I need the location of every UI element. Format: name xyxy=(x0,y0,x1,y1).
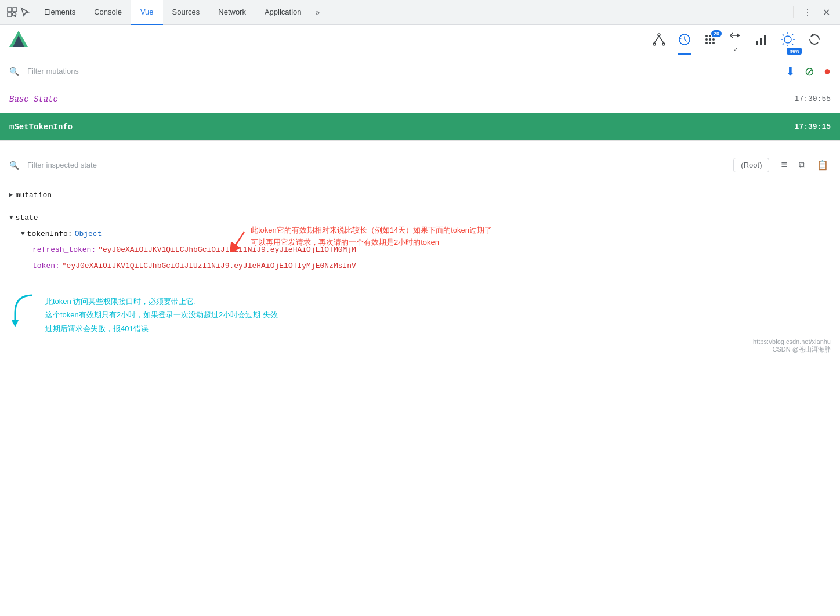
performance-icon xyxy=(754,32,768,50)
root-selector[interactable]: (Root) xyxy=(733,158,769,172)
performance-button[interactable] xyxy=(754,32,768,50)
annotation-arrow-2 xyxy=(9,292,38,327)
base-state-label: Base State xyxy=(9,95,58,104)
svg-line-9 xyxy=(654,36,659,43)
paste-state-icon[interactable]: 📋 xyxy=(814,157,831,173)
svg-marker-22 xyxy=(737,33,740,38)
copy-state-icon[interactable]: ⧉ xyxy=(796,158,808,173)
refresh-token-row: refresh_token: "eyJ0eXAiOiJKV1QiLCJhbGci… xyxy=(9,242,831,258)
vue-toolbar: 20 ✓ xyxy=(0,25,840,57)
footer-url: https://blog.csdn.net/xianhu xyxy=(753,338,831,345)
tab-bar: Elements Console Vue Sources Network App… xyxy=(0,0,840,25)
svg-point-19 xyxy=(705,42,708,44)
search-mutations-icon: 🔍 xyxy=(9,67,19,76)
svg-marker-26 xyxy=(812,34,814,37)
component-tree-icon xyxy=(652,32,666,50)
svg-marker-12 xyxy=(679,37,682,39)
svg-line-10 xyxy=(659,36,664,43)
inspector-area: ▶ mutation ▼ state ▼ tokenInfo: Object r… xyxy=(0,180,840,281)
inspect-icon[interactable] xyxy=(7,7,17,17)
tab-application[interactable]: Application xyxy=(255,0,311,25)
spacer xyxy=(0,141,840,150)
annotation-bubble2-line1: 此token 访问某些权限接口时，必须要带上它, xyxy=(45,297,196,306)
annotation-bubble2-line3: 过期后请求会失败，报401错误 xyxy=(45,324,149,333)
filter-mutations-input[interactable] xyxy=(27,67,781,75)
base-state-timestamp: 17:30:55 xyxy=(795,95,831,103)
annotation-bubble2-line2: 这个token有效期只有2小时，如果登录一次没动超过2小时会过期 失效 xyxy=(45,310,278,319)
svg-point-18 xyxy=(712,38,715,41)
annotation-bubble1-line1: 此token它的有效期相对来说比较长（例如14天）如果下面的token过期了 xyxy=(251,226,492,234)
mutation-name-label: mSetTokenInfo xyxy=(9,122,73,132)
annotation-bubble1-line2: 可以再用它发请求，再次请的一个有效期是2小时的token xyxy=(251,238,439,247)
more-options-icon[interactable]: ⋮ xyxy=(801,5,814,19)
filter-mutations-row: 🔍 ⬇ ⊘ ● xyxy=(0,57,840,85)
mutation-key: mutation xyxy=(16,189,52,202)
filter-mutations-actions: ⬇ ⊘ ● xyxy=(785,64,831,78)
vue-logo xyxy=(7,28,30,53)
mutation-row[interactable]: mSetTokenInfo 17:39:15 xyxy=(0,113,840,141)
svg-rect-2 xyxy=(8,13,12,17)
state-key: state xyxy=(16,211,38,224)
tab-elements[interactable]: Elements xyxy=(35,0,85,25)
tab-sources[interactable]: Sources xyxy=(163,0,209,25)
annotation-area-2: 此token 访问某些权限接口时，必须要带上它, 这个token有效期只有2小时… xyxy=(0,281,840,358)
refresh-button[interactable] xyxy=(808,32,821,50)
refresh-icon xyxy=(808,32,821,50)
devtools-icons xyxy=(2,7,35,17)
download-mutations-icon[interactable]: ⬇ xyxy=(785,64,795,78)
record-mutations-icon[interactable]: ● xyxy=(824,64,831,78)
filter-inspected-row: 🔍 (Root) ≡ ⧉ 📋 xyxy=(0,150,840,180)
vuex-badge: 20 xyxy=(711,30,722,37)
svg-rect-0 xyxy=(8,8,12,12)
filter-sort-icon[interactable]: ≡ xyxy=(779,157,790,173)
state-tree-row[interactable]: ▼ state xyxy=(9,210,831,226)
routing-icon xyxy=(729,28,743,46)
state-toggle[interactable]: ▼ xyxy=(9,212,13,224)
svg-rect-1 xyxy=(13,8,17,12)
token-key: token: xyxy=(32,259,60,273)
mutation-timestamp: 17:39:15 xyxy=(795,122,831,131)
svg-point-21 xyxy=(712,42,715,44)
divider xyxy=(793,6,794,18)
tab-vue[interactable]: Vue xyxy=(131,0,163,25)
mutation-toggle[interactable]: ▶ xyxy=(9,190,13,201)
filter-inspected-input[interactable] xyxy=(27,161,729,169)
mutation-tree-row[interactable]: ▶ mutation xyxy=(9,187,831,203)
clear-mutations-icon[interactable]: ⊘ xyxy=(805,64,814,78)
search-inspected-icon: 🔍 xyxy=(9,161,19,170)
svg-point-6 xyxy=(658,34,660,36)
svg-rect-23 xyxy=(756,41,758,45)
history-icon xyxy=(678,32,691,50)
base-state-row: Base State 17:30:55 xyxy=(0,85,840,113)
close-devtools-icon[interactable]: ✕ xyxy=(819,5,833,19)
routing-check: ✓ xyxy=(733,46,738,53)
history-button[interactable] xyxy=(678,32,691,50)
token-info-toggle[interactable]: ▼ xyxy=(21,229,25,240)
tab-network[interactable]: Network xyxy=(209,0,255,25)
component-tree-button[interactable] xyxy=(652,32,666,50)
routing-button[interactable]: ✓ xyxy=(729,28,743,53)
token-value: "eyJ0eXAiOiJKV1QiLCJhbGciOiJIUzI1NiJ9.ey… xyxy=(62,259,356,273)
token-info-type: Object xyxy=(75,227,102,241)
settings-new-badge: new xyxy=(787,48,802,55)
tab-console[interactable]: Console xyxy=(85,0,131,25)
svg-point-13 xyxy=(705,35,708,37)
refresh-token-key: refresh_token: xyxy=(32,243,96,256)
tab-more-button[interactable]: » xyxy=(311,8,325,17)
token-row: token: "eyJ0eXAiOiJKV1QiLCJhbGciOiJIUzI1… xyxy=(9,258,831,274)
svg-marker-27 xyxy=(12,320,19,327)
token-info-key: tokenInfo: xyxy=(27,227,73,241)
svg-point-17 xyxy=(709,38,711,41)
filter-inspected-actions: ≡ ⧉ 📋 xyxy=(779,157,831,173)
svg-point-16 xyxy=(705,38,708,41)
svg-point-20 xyxy=(709,42,711,44)
vuex-button[interactable]: 20 xyxy=(703,32,717,50)
tab-bar-right: ⋮ ✕ xyxy=(791,5,838,19)
svg-point-7 xyxy=(653,43,656,45)
cursor-icon[interactable] xyxy=(20,7,30,17)
svg-rect-25 xyxy=(764,35,766,45)
svg-rect-24 xyxy=(760,38,762,45)
footer: https://blog.csdn.net/xianhu CSDN @苍山洱海胖 xyxy=(753,338,831,354)
toolbar-icons: 20 ✓ xyxy=(652,28,821,53)
settings-button[interactable]: new xyxy=(780,31,796,51)
